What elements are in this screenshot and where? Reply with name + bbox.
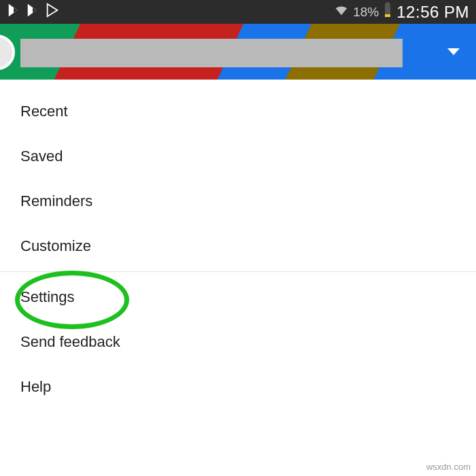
menu-item-customize[interactable]: Customize [0,224,476,269]
svg-rect-2 [386,2,389,3]
status-left-icons [7,3,60,21]
watermark: wsxdn.com [426,462,471,472]
menu-item-settings[interactable]: Settings [0,275,476,320]
menu-divider [0,271,476,272]
battery-icon [383,2,392,22]
android-status-bar: 18% 12:56 PM [0,0,476,24]
status-right: 18% 12:56 PM [334,2,469,22]
menu-item-reminders[interactable]: Reminders [0,179,476,224]
wifi-icon [334,3,349,21]
status-time: 12:56 PM [396,3,469,22]
menu-item-saved[interactable]: Saved [0,134,476,179]
play-store-outline-icon [45,3,60,21]
play-store-icon [26,3,41,21]
svg-rect-1 [385,14,390,17]
app-header [0,24,476,80]
settings-menu: Recent Saved Reminders Customize Setting… [0,80,476,409]
search-input[interactable] [20,39,403,67]
account-dropdown-icon[interactable] [447,48,460,55]
play-store-icon [7,3,22,21]
menu-item-send-feedback[interactable]: Send feedback [0,320,476,364]
battery-percentage: 18% [353,5,379,20]
profile-avatar[interactable] [0,35,15,70]
menu-item-help[interactable]: Help [0,364,476,409]
menu-item-recent[interactable]: Recent [0,89,476,134]
